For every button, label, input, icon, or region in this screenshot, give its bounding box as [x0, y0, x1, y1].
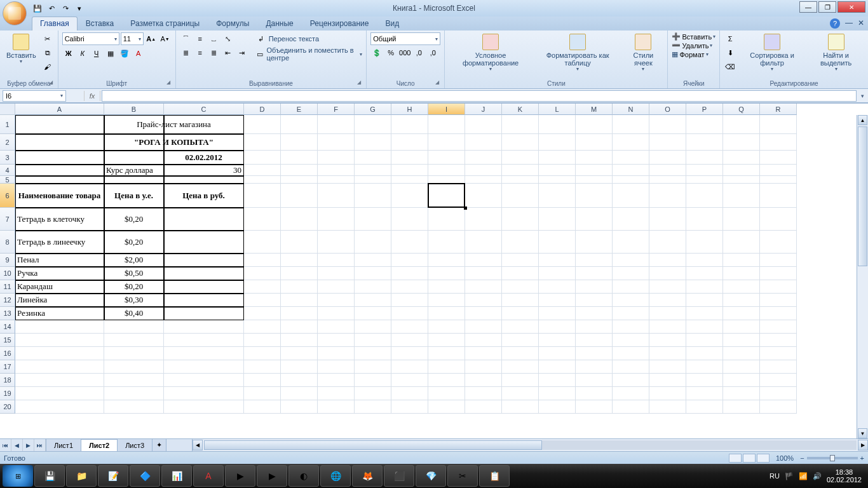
- cell[interactable]: [428, 176, 465, 184]
- cell[interactable]: [391, 176, 428, 184]
- cell[interactable]: [465, 115, 502, 134]
- sheet-tab[interactable]: Лист3: [118, 439, 153, 451]
- select-all-button[interactable]: [0, 104, 15, 115]
- cell[interactable]: [281, 307, 318, 320]
- cell[interactable]: [613, 184, 649, 208]
- cell[interactable]: [15, 115, 104, 134]
- cell[interactable]: [104, 176, 164, 184]
- sheet-nav-next-icon[interactable]: ▶: [23, 439, 34, 451]
- cell[interactable]: [502, 374, 539, 387]
- cell[interactable]: [355, 400, 391, 414]
- find-select-button[interactable]: Найти и выделить▾: [808, 32, 864, 74]
- row-header[interactable]: 3: [0, 151, 15, 165]
- save-icon[interactable]: 💾: [32, 3, 43, 14]
- cell[interactable]: [649, 320, 686, 334]
- row-header[interactable]: 20: [0, 400, 15, 414]
- tray-volume-icon[interactable]: 🔊: [813, 472, 822, 480]
- cell[interactable]: [391, 267, 428, 280]
- cell[interactable]: [502, 400, 539, 414]
- tray-lang[interactable]: RU: [770, 472, 780, 480]
- cell[interactable]: [576, 184, 613, 208]
- scroll-up-icon[interactable]: ▲: [858, 115, 867, 125]
- cell[interactable]: [613, 254, 649, 267]
- cell[interactable]: [318, 134, 355, 151]
- cell[interactable]: [723, 134, 760, 151]
- cell[interactable]: [15, 134, 104, 151]
- task-item[interactable]: 📊: [161, 465, 192, 487]
- task-item[interactable]: 📋: [479, 465, 510, 487]
- column-header[interactable]: E: [281, 104, 318, 115]
- cell[interactable]: [613, 151, 649, 165]
- cell[interactable]: [465, 360, 502, 374]
- cell[interactable]: [576, 165, 613, 176]
- tab-Вид[interactable]: Вид: [377, 17, 407, 30]
- cell[interactable]: [318, 347, 355, 360]
- cell[interactable]: [613, 176, 649, 184]
- cell[interactable]: [244, 115, 281, 134]
- cell[interactable]: [502, 184, 539, 208]
- cell[interactable]: Резинка: [15, 307, 104, 320]
- cell[interactable]: [318, 280, 355, 294]
- row-header[interactable]: 15: [0, 334, 15, 347]
- grow-font-icon[interactable]: A▲: [145, 32, 158, 45]
- cell[interactable]: Ручка: [15, 267, 104, 280]
- cell[interactable]: [318, 320, 355, 334]
- cell[interactable]: [164, 400, 244, 414]
- cell[interactable]: [164, 387, 244, 400]
- scroll-down-icon[interactable]: ▼: [858, 428, 867, 438]
- cell[interactable]: [576, 267, 613, 280]
- column-header[interactable]: Q: [723, 104, 760, 115]
- cell[interactable]: [428, 400, 465, 414]
- cell[interactable]: [164, 280, 244, 294]
- cell[interactable]: [355, 387, 391, 400]
- cell[interactable]: [104, 347, 164, 360]
- cell[interactable]: [539, 267, 576, 280]
- view-normal-icon[interactable]: [729, 454, 742, 463]
- cell[interactable]: [244, 231, 281, 254]
- cell[interactable]: [539, 307, 576, 320]
- cell[interactable]: [723, 184, 760, 208]
- cell[interactable]: [15, 360, 104, 374]
- cell[interactable]: [244, 400, 281, 414]
- cell[interactable]: [686, 176, 723, 184]
- cell[interactable]: [502, 151, 539, 165]
- cell[interactable]: [649, 347, 686, 360]
- cell[interactable]: [104, 360, 164, 374]
- new-sheet-button[interactable]: ✦: [153, 439, 166, 451]
- cell[interactable]: [355, 165, 391, 176]
- tray-clock[interactable]: 18:38 02.02.2012: [827, 468, 862, 484]
- bold-button[interactable]: Ж: [62, 47, 75, 60]
- cell[interactable]: [465, 208, 502, 231]
- cell[interactable]: [428, 347, 465, 360]
- conditional-formatting-button[interactable]: Условное форматирование▾: [449, 32, 532, 74]
- insert-cells-button[interactable]: ➕ Вставить ▾: [672, 32, 715, 41]
- cell[interactable]: Цена в руб.: [164, 184, 244, 208]
- cell[interactable]: [281, 151, 318, 165]
- row-header[interactable]: 12: [0, 294, 15, 307]
- cell[interactable]: [428, 254, 465, 267]
- cell[interactable]: [164, 307, 244, 320]
- cell[interactable]: [244, 387, 281, 400]
- help-icon[interactable]: ?: [830, 18, 840, 29]
- minimize-button[interactable]: —: [799, 1, 817, 13]
- cell[interactable]: [355, 280, 391, 294]
- cell[interactable]: [281, 334, 318, 347]
- cell[interactable]: [723, 254, 760, 267]
- cell[interactable]: [281, 231, 318, 254]
- cell[interactable]: [613, 320, 649, 334]
- cell[interactable]: [244, 208, 281, 231]
- cell[interactable]: [613, 334, 649, 347]
- cell[interactable]: [465, 334, 502, 347]
- tab-Разметка страницы[interactable]: Разметка страницы: [122, 17, 208, 30]
- cell[interactable]: [391, 347, 428, 360]
- cell[interactable]: [355, 184, 391, 208]
- cell[interactable]: $2,00: [104, 254, 164, 267]
- row-header[interactable]: 13: [0, 307, 15, 320]
- task-item[interactable]: ◐: [288, 465, 319, 487]
- cell[interactable]: [613, 267, 649, 280]
- comma-icon[interactable]: 000: [398, 46, 411, 59]
- cell[interactable]: [649, 184, 686, 208]
- zoom-in-button[interactable]: +: [860, 454, 864, 462]
- cell[interactable]: [318, 334, 355, 347]
- cell[interactable]: [391, 360, 428, 374]
